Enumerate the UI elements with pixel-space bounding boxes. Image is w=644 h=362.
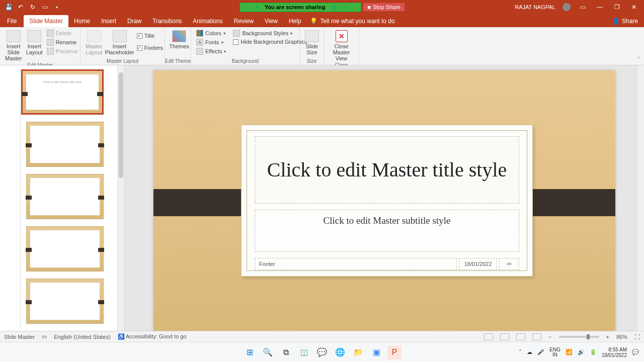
effects-icon xyxy=(196,48,203,55)
tab-draw[interactable]: Draw xyxy=(122,15,147,27)
decor-bar-left xyxy=(153,189,247,216)
placeholder-icon xyxy=(113,30,127,42)
stop-share-button[interactable]: ■ Stop Share xyxy=(363,3,405,11)
clock[interactable]: 8:55 AM 18/01/2022 xyxy=(602,347,627,358)
ribbon-display-icon[interactable]: ▭ xyxy=(578,4,588,11)
zoom-app-icon[interactable]: ▣ xyxy=(369,345,383,359)
footer-placeholder[interactable]: Footer xyxy=(255,258,457,270)
tab-view[interactable]: View xyxy=(259,15,283,27)
master-thumbnail[interactable]: Click to edit Master title style xyxy=(21,69,104,115)
pause-icon[interactable]: ◐ xyxy=(332,4,337,11)
thumbnail-scrollbar[interactable] xyxy=(117,65,124,331)
slide-sorter-view-button[interactable] xyxy=(500,333,509,340)
task-view-icon[interactable]: ⧉ xyxy=(279,345,293,359)
scrollbar-handle[interactable] xyxy=(119,72,123,178)
search-icon[interactable]: 🔍 xyxy=(261,345,275,359)
layout-icon xyxy=(27,30,41,42)
zoom-in-button[interactable]: + xyxy=(606,334,609,340)
insert-placeholder-button[interactable]: Insert Placeholder xyxy=(105,29,135,56)
collapse-ribbon-icon[interactable]: ˄ xyxy=(634,27,644,65)
status-language[interactable]: English (United States) xyxy=(54,334,111,340)
undo-icon[interactable]: ↶ xyxy=(17,4,24,11)
close-master-view-button[interactable]: ✕ Close Master View xyxy=(327,29,356,62)
start-from-beginning-icon[interactable]: ▭ xyxy=(41,4,48,11)
status-lang-icon[interactable]: ▭ xyxy=(42,333,47,340)
decor-bar-right xyxy=(520,189,615,216)
tab-help[interactable]: Help xyxy=(283,15,307,27)
powerpoint-icon[interactable]: P xyxy=(387,345,401,359)
redo-icon[interactable]: ↻ xyxy=(29,4,36,11)
qat-dropdown-icon[interactable]: ▾ xyxy=(53,4,60,11)
status-mode[interactable]: Slide Master xyxy=(4,334,35,340)
tab-slide-master[interactable]: Slide Master xyxy=(24,15,68,27)
volume-icon[interactable]: 🔊 xyxy=(578,349,585,355)
avatar[interactable] xyxy=(562,3,571,11)
tab-file[interactable]: File xyxy=(0,15,24,27)
rename-button[interactable]: Rename xyxy=(45,38,80,46)
canvas-scrollbar[interactable] xyxy=(637,65,644,331)
maximize-button[interactable]: ❐ xyxy=(612,4,622,11)
close-button[interactable]: ✕ xyxy=(629,4,639,11)
layout-thumbnail[interactable] xyxy=(26,226,104,272)
title-placeholder[interactable]: Click to edit Master title style xyxy=(255,136,519,204)
sharing-indicator[interactable]: ● You are screen sharing ◐ ● xyxy=(239,3,361,12)
layout-thumbnail[interactable] xyxy=(26,122,104,167)
mic-tray-icon[interactable]: 🎤 xyxy=(537,349,544,355)
themes-button[interactable]: Themes xyxy=(168,29,190,50)
subtitle-placeholder[interactable]: Click to edit Master subtitle style xyxy=(255,210,519,252)
hide-bg-checkbox[interactable]: Hide Background Graphics xyxy=(231,38,308,45)
chrome-icon[interactable]: 🌐 xyxy=(333,345,347,359)
start-button[interactable]: ⊞ xyxy=(243,345,257,359)
slide-size-button[interactable]: Slide Size xyxy=(303,29,321,56)
save-icon[interactable]: 💾 xyxy=(5,4,12,11)
fit-to-window-button[interactable]: ⛶ xyxy=(634,334,640,340)
ribbon: Insert Slide Master Insert Layout Delete… xyxy=(0,27,644,65)
explorer-icon[interactable]: 📁 xyxy=(351,345,365,359)
slideshow-view-button[interactable] xyxy=(532,333,541,340)
normal-view-button[interactable] xyxy=(484,333,493,340)
insert-layout-button[interactable]: Insert Layout xyxy=(24,29,45,56)
close-icon: ✕ xyxy=(336,30,348,42)
user-name[interactable]: RAJAT NAGPAL xyxy=(515,4,555,10)
small-stop-icon[interactable]: ● xyxy=(343,4,346,10)
sharing-text: You are screen sharing xyxy=(265,4,326,10)
battery-icon[interactable]: 🔋 xyxy=(590,349,597,355)
tab-home[interactable]: Home xyxy=(68,15,96,27)
tab-insert[interactable]: Insert xyxy=(96,15,122,27)
footers-checkbox[interactable]: ✓Footers xyxy=(135,44,165,51)
title-bar: 💾 ↶ ↻ ▭ ▾ ● You are screen sharing ◐ ● ■… xyxy=(0,0,644,14)
bg-styles-button[interactable]: Background Styles▾ xyxy=(231,29,308,37)
share-button[interactable]: 👤 Share xyxy=(612,18,638,27)
onedrive-icon[interactable]: ☁ xyxy=(527,349,532,355)
preserve-button: Preserve xyxy=(45,47,80,55)
effects-button[interactable]: Effects▾ xyxy=(194,47,228,55)
hierarchy-line xyxy=(20,69,21,327)
zoom-percent[interactable]: 86% xyxy=(616,334,627,340)
notifications-icon[interactable]: 💬 xyxy=(632,349,639,355)
colors-button[interactable]: Colors▾ xyxy=(194,29,228,37)
reading-view-button[interactable] xyxy=(516,333,525,340)
status-accessibility[interactable]: ♿ Accessibility: Good to go xyxy=(118,333,187,340)
widgets-icon[interactable]: ◫ xyxy=(297,345,311,359)
slide-master-canvas[interactable]: Click to edit Master title style Click t… xyxy=(153,70,615,331)
insert-slide-master-button[interactable]: Insert Slide Master xyxy=(3,29,24,62)
zoom-out-button[interactable]: − xyxy=(548,334,551,340)
tell-me-search[interactable]: 💡 Tell me what you want to do xyxy=(310,18,395,27)
wifi-icon[interactable]: 📶 xyxy=(566,349,573,355)
windows-taskbar: ⊞ 🔍 ⧉ ◫ 💬 🌐 📁 ▣ P ˄ ☁ 🎤 ENG IN 📶 🔊 🔋 8:5… xyxy=(0,342,644,362)
tab-review[interactable]: Review xyxy=(228,15,259,27)
date-placeholder[interactable]: 18/01/2022 xyxy=(459,258,497,270)
tab-transitions[interactable]: Transitions xyxy=(147,15,187,27)
title-checkbox[interactable]: ✓Title xyxy=(135,32,165,39)
tab-animations[interactable]: Animations xyxy=(187,15,228,27)
fonts-icon: A xyxy=(196,39,203,46)
fonts-button[interactable]: AFonts▾ xyxy=(194,38,228,46)
slide-number-placeholder[interactable]: ‹#› xyxy=(499,258,519,270)
language-indicator[interactable]: ENG IN xyxy=(549,347,560,357)
layout-thumbnail[interactable] xyxy=(26,279,104,324)
minimize-button[interactable]: — xyxy=(595,4,605,11)
zoom-slider[interactable] xyxy=(559,336,599,338)
layout-thumbnail[interactable] xyxy=(26,174,104,219)
tray-chevron-icon[interactable]: ˄ xyxy=(519,349,522,355)
chat-icon[interactable]: 💬 xyxy=(315,345,329,359)
